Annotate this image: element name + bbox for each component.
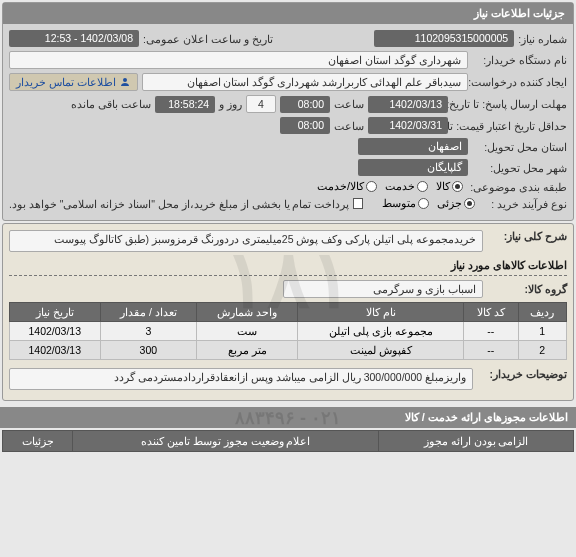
table-row[interactable]: 1 -- مجموعه بازی پلی اتیلن ست 3 1402/03/… (10, 322, 567, 341)
radio-process-minor[interactable]: جزئی (437, 197, 475, 210)
radio-label: جزئی (437, 197, 462, 210)
items-table: ردیف کد کالا نام کالا واحد شمارش تعداد /… (9, 302, 567, 360)
value-remain-days: 4 (246, 95, 276, 113)
cell: ست (197, 322, 298, 341)
value-deadline-date: 1402/03/13 (368, 96, 448, 113)
label-deadline: مهلت ارسال پاسخ: تا تاریخ: (452, 98, 567, 110)
col-row: ردیف (518, 303, 567, 322)
radio-icon (452, 181, 463, 192)
panel-header-title: جزئیات اطلاعات نیاز (3, 3, 573, 24)
label-payment-note: پرداخت تمام یا بخشی از مبلغ خرید،از محل … (9, 198, 349, 210)
value-notes: واریزمبلغ 300/000/000 ریال الزامی میباشد… (9, 368, 473, 390)
label-day: روز و (219, 98, 242, 110)
value-need-city: اصفهان (358, 138, 468, 155)
radio-label: کالا (436, 180, 450, 193)
payment-checkbox[interactable] (353, 198, 363, 209)
value-valid-time: 08:00 (280, 117, 330, 134)
items-header: اطلاعات کالاهای مورد نیاز (9, 256, 567, 276)
value-deadline-time: 08:00 (280, 96, 330, 113)
label-buyer-org: نام دستگاه خریدار: (472, 54, 567, 66)
radio-icon (417, 181, 428, 192)
footer-table: الزامی بودن ارائه مجوز اعلام وضعیت مجوز … (2, 430, 574, 452)
col-unit: واحد شمارش (197, 303, 298, 322)
label-desc: شرح کلی نیاز: (487, 230, 567, 242)
classify-radio-group: کالا خدمت کالا/خدمت (317, 180, 463, 193)
label-valid-from: حداقل تاریخ اعتبار قیمت: تا تاریخ: (452, 120, 567, 132)
value-buyer-org: شهرداری گوگد استان اصفهان (9, 51, 468, 69)
cell: 3 (100, 322, 197, 341)
footer-col-2: اعلام وضعیت مجوز توسط تامین کننده (73, 431, 379, 452)
label-group: گروه کالا: (487, 283, 567, 295)
label-remain: ساعت باقی مانده (71, 98, 151, 110)
cell: کفپوش لمینت (298, 341, 464, 360)
radio-classify-kala[interactable]: کالا (436, 180, 463, 193)
contact-button-label: اطلاعات تماس خریدار (16, 76, 116, 88)
value-need-no: 1102095315000005 (374, 30, 514, 47)
value-group: اسباب بازی و سرگرمی (283, 280, 483, 298)
main-panel: جزئیات اطلاعات نیاز شماره نیاز: 11020953… (2, 2, 574, 221)
label-time-1: ساعت (334, 98, 364, 110)
cell: 2 (518, 341, 567, 360)
label-need-no: شماره نیاز: (518, 33, 567, 45)
cell: 1 (518, 322, 567, 341)
footer-title: اطلاعات مجوزهای ارائه خدمت / کالا (0, 407, 576, 428)
user-icon (119, 76, 131, 88)
value-public-datetime: 1402/03/08 - 12:53 (9, 30, 139, 47)
cell: 1402/03/13 (10, 341, 101, 360)
radio-icon (418, 198, 429, 209)
svg-point-0 (123, 78, 127, 82)
footer-col-1: الزامی بودن ارائه مجوز (379, 431, 574, 452)
cell: مجموعه بازی پلی اتیلن (298, 322, 464, 341)
radio-process-medium[interactable]: متوسط (382, 197, 429, 210)
cell: متر مربع (197, 341, 298, 360)
label-delivery-city: شهر محل تحویل: (472, 162, 567, 174)
radio-icon (464, 198, 475, 209)
label-classify: طبقه بندی موضوعی: (467, 181, 567, 193)
table-row[interactable]: 2 -- کفپوش لمینت متر مربع 300 1402/03/13 (10, 341, 567, 360)
col-date: تاریخ نیاز (10, 303, 101, 322)
value-delivery-city: گلپایگان (358, 159, 468, 176)
label-notes: توضیحات خریدار: (477, 368, 567, 380)
cell: 1402/03/13 (10, 322, 101, 341)
value-requester: سیدباقر علم الهدائی کاربرارشد شهرداری گو… (142, 73, 468, 91)
label-need-city: استان محل تحویل: (472, 141, 567, 153)
label-process-type: نوع فرآیند خرید : (479, 198, 567, 210)
col-qty: تعداد / مقدار (100, 303, 197, 322)
cell: -- (464, 341, 518, 360)
cell: -- (464, 322, 518, 341)
radio-classify-both[interactable]: کالا/خدمت (317, 180, 377, 193)
col-code: کد کالا (464, 303, 518, 322)
label-public-datetime: تاریخ و ساعت اعلان عمومی: (143, 33, 273, 45)
contact-button[interactable]: اطلاعات تماس خریدار (9, 73, 138, 91)
label-time-2: ساعت (334, 120, 364, 132)
radio-classify-khedmat[interactable]: خدمت (385, 180, 428, 193)
cell: 300 (100, 341, 197, 360)
col-name: نام کالا (298, 303, 464, 322)
radio-label: خدمت (385, 180, 415, 193)
detail-panel: شرح کلی نیاز: خریدمجموعه پلی اتیلن پارکی… (2, 223, 574, 401)
radio-label: متوسط (382, 197, 416, 210)
value-valid-date: 1402/03/31 (368, 117, 448, 134)
process-radio-group: جزئی متوسط (382, 197, 475, 210)
footer-col-3: جزئیات (3, 431, 73, 452)
value-remain-time: 18:58:24 (155, 96, 215, 113)
radio-label: کالا/خدمت (317, 180, 364, 193)
radio-icon (366, 181, 377, 192)
label-requester: ایجاد کننده درخواست: (472, 76, 567, 88)
value-desc: خریدمجموعه پلی اتیلن پارکی وکف پوش 25میل… (9, 230, 483, 252)
